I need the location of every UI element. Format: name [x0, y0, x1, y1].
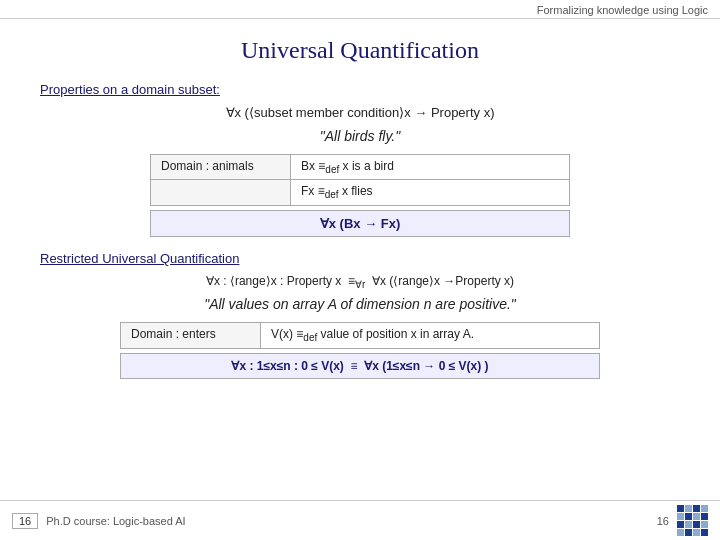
slide-title: Universal Quantification: [40, 37, 680, 64]
section2-table: Domain : enters V(x) ≡def value of posit…: [120, 322, 600, 348]
page-number-right: 16: [657, 515, 669, 527]
section1-highlight: ∀x (Bx → Fx): [150, 210, 570, 237]
table-cell-bx: Bx ≡def x is a bird: [291, 155, 569, 179]
top-bar-title: Formalizing knowledge using Logic: [537, 4, 708, 16]
section1-formula1: ∀x (⟨subset member condition⟩x → Propert…: [40, 105, 680, 120]
table-row: Domain : animals Bx ≡def x is a bird: [151, 155, 569, 180]
section2-heading: Restricted Universal Quantification: [40, 251, 680, 266]
section1-quote: "All birds fly.": [40, 128, 680, 144]
footer: 16 Ph.D course: Logic-based AI 16: [0, 500, 720, 540]
table-cell-fx: Fx ≡def x flies: [291, 180, 569, 204]
section2-highlight: ∀x : 1≤x≤n : 0 ≤ V(x) ≡ ∀x (1≤x≤n → 0 ≤ …: [120, 353, 600, 379]
table-row: Domain : enters V(x) ≡def value of posit…: [121, 323, 599, 347]
footer-right: 16: [657, 505, 708, 536]
table-cell-enters: Domain : enters: [121, 323, 261, 347]
footer-left: 16 Ph.D course: Logic-based AI: [12, 513, 186, 529]
upc-logo: [677, 505, 708, 536]
table-cell-domain: Domain : animals: [151, 155, 291, 179]
section1-table: Domain : animals Bx ≡def x is a bird Fx …: [150, 154, 570, 206]
table-row: Fx ≡def x flies: [151, 180, 569, 204]
section2-formula: ∀x : ⟨range⟩x : Property x ≡∀r ∀x (⟨rang…: [40, 274, 680, 290]
table-cell-vx: V(x) ≡def value of position x in array A…: [261, 323, 599, 347]
slide-area: Universal Quantification Properties on a…: [0, 19, 720, 397]
section1-heading: Properties on a domain subset:: [40, 82, 680, 97]
section1: Properties on a domain subset: ∀x (⟨subs…: [40, 82, 680, 237]
page-number-left: 16: [12, 513, 38, 529]
course-label: Ph.D course: Logic-based AI: [46, 515, 185, 527]
table-cell-empty: [151, 180, 291, 204]
top-bar: Formalizing knowledge using Logic: [0, 0, 720, 19]
section2-quote: "All values on array A of dimension n ar…: [40, 296, 680, 312]
section2: Restricted Universal Quantification ∀x :…: [40, 251, 680, 379]
